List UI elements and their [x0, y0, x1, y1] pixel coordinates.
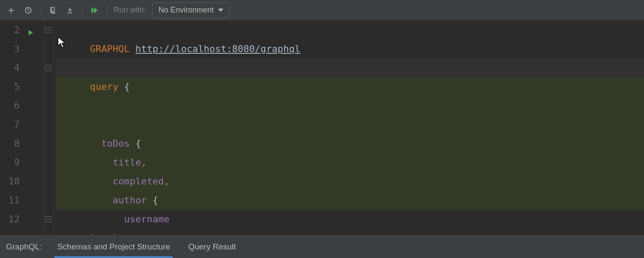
run-all-icon	[90, 6, 99, 15]
fold-toggle[interactable]: −	[45, 65, 51, 71]
brace: }	[112, 233, 118, 235]
code-line: GRAPHQL http://localhost:8080/graphql	[56, 21, 644, 40]
field: title	[112, 157, 141, 168]
tab-schemas[interactable]: Schemas and Project Structure	[55, 235, 173, 258]
code-line: completed,	[56, 115, 644, 134]
punctuation: ,	[164, 176, 170, 187]
line-number: 9	[0, 153, 20, 172]
line-number: 8	[0, 134, 20, 153]
run-all-button[interactable]	[87, 3, 102, 18]
field: completed	[112, 176, 164, 187]
import-icon	[66, 6, 74, 15]
tab-label: Schemas and Project Structure	[57, 242, 170, 252]
request-url[interactable]: http://localhost:8080/graphql	[135, 43, 300, 54]
run-gutter	[23, 21, 44, 235]
toolbar: Run with: No Environment	[0, 0, 644, 21]
code-area[interactable]: GRAPHQL http://localhost:8080/graphql qu…	[54, 21, 644, 235]
copy-icon	[49, 6, 57, 15]
play-icon	[27, 29, 34, 37]
brace: {	[130, 138, 141, 149]
panel-label: GraphQL:	[6, 242, 42, 252]
http-method: GRAPHQL	[90, 43, 130, 54]
line-number: 6	[0, 96, 20, 115]
line-number: 7	[0, 115, 20, 134]
punctuation: ,	[141, 157, 147, 168]
line-number: 11	[0, 191, 20, 210]
chevron-down-icon	[218, 9, 223, 12]
code-editor[interactable]: 2 3 4 5 6 7 8 9 10 11 12 − − − GRAPHQL h…	[0, 21, 644, 235]
environment-select[interactable]: No Environment	[152, 3, 230, 18]
field: author	[112, 195, 146, 206]
copy-button[interactable]	[45, 3, 61, 18]
line-number: 4	[0, 58, 20, 77]
line-number: 12	[0, 210, 20, 229]
clock-icon	[24, 6, 33, 15]
code-line: title,	[56, 96, 644, 115]
code-line: author {	[56, 134, 644, 153]
brace: }	[90, 233, 95, 235]
tab-query-result[interactable]: Query Result	[185, 235, 238, 258]
line-number: 5	[0, 77, 20, 96]
brace: {	[118, 81, 130, 92]
code-line: query {	[56, 58, 644, 77]
brace: {	[147, 195, 158, 206]
line-number: 2	[0, 21, 20, 40]
separator	[82, 5, 82, 16]
fold-gutter: − − −	[44, 21, 54, 235]
separator	[40, 5, 41, 16]
history-button[interactable]	[21, 3, 36, 18]
run-request-button[interactable]	[27, 24, 34, 43]
fold-toggle[interactable]: −	[45, 216, 51, 222]
plus-icon	[7, 6, 15, 15]
run-with-label: Run with:	[114, 6, 146, 15]
tab-label: Query Result	[188, 242, 236, 252]
separator	[106, 5, 107, 16]
keyword: query	[90, 81, 118, 92]
import-button[interactable]	[62, 3, 78, 18]
graphql-tool-window: GraphQL: Schemas and Project Structure Q…	[0, 235, 644, 258]
line-number: 10	[0, 172, 20, 191]
line-number: 3	[0, 40, 20, 58]
line-number-gutter: 2 3 4 5 6 7 8 9 10 11 12	[0, 21, 23, 235]
field: toDos	[101, 138, 130, 149]
fold-toggle[interactable]: −	[45, 27, 51, 33]
environment-value: No Environment	[158, 6, 214, 15]
svg-rect-1	[51, 7, 54, 12]
add-button[interactable]	[3, 3, 19, 18]
code-line: toDos {	[56, 77, 644, 96]
field: username	[124, 214, 170, 224]
